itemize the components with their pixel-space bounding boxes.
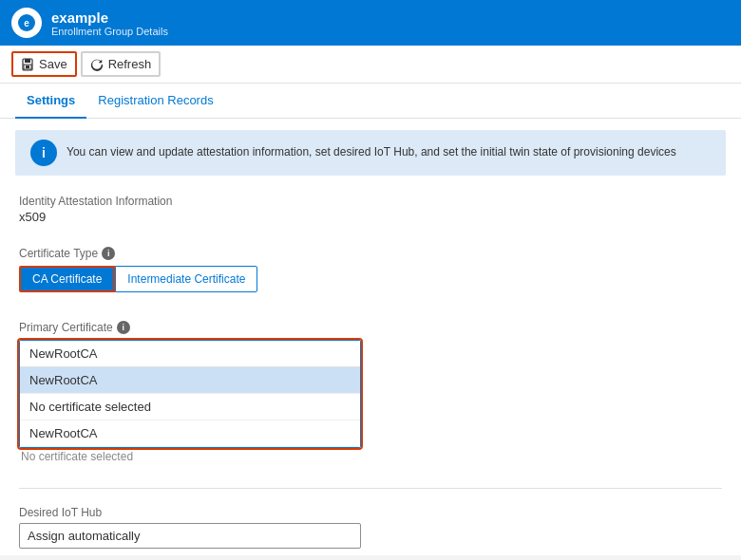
dropdown-option-0[interactable]: NewRootCA (20, 367, 360, 394)
identity-attestation-value: x509 (19, 210, 722, 224)
identity-attestation-label: Identity Attestation Information (19, 195, 722, 208)
identity-attestation-section: Identity Attestation Information x509 (0, 187, 741, 239)
app-subtitle: Enrollment Group Details (51, 26, 168, 37)
info-icon: i (30, 140, 57, 166)
certificate-type-label: Certificate Type i (19, 247, 722, 260)
certificate-type-group: CA Certificate Intermediate Certificate (19, 266, 722, 292)
intermediate-certificate-button[interactable]: Intermediate Certificate (115, 266, 257, 292)
dropdown-option-2[interactable]: NewRootCA (20, 420, 360, 447)
svg-rect-3 (25, 59, 30, 63)
dropdown-truncated-hint: No certificate selected (19, 450, 722, 463)
app-logo: e (11, 8, 42, 38)
svg-text:e: e (24, 18, 29, 28)
ca-certificate-button[interactable]: CA Certificate (19, 266, 115, 292)
toolbar: Save Refresh (0, 46, 741, 84)
primary-certificate-section: Primary Certificate i NewRootCA NewRootC… (0, 313, 741, 478)
primary-certificate-label: Primary Certificate i (19, 321, 722, 334)
refresh-label: Refresh (108, 57, 152, 71)
save-icon (21, 58, 34, 71)
app-header: e example Enrollment Group Details (0, 0, 741, 46)
desired-iot-hub-label: Desired IoT Hub (19, 506, 722, 519)
dropdown-option-1[interactable]: No certificate selected (20, 394, 360, 420)
app-name: example (51, 9, 168, 26)
primary-certificate-info-icon[interactable]: i (117, 321, 130, 334)
header-text: example Enrollment Group Details (51, 9, 168, 37)
dropdown-selected-value[interactable]: NewRootCA (20, 341, 360, 367)
certificate-type-info-icon[interactable]: i (102, 247, 115, 260)
info-text: You can view and update attestation info… (66, 140, 676, 160)
desired-iot-hub-section: Desired IoT Hub (0, 498, 741, 555)
primary-certificate-dropdown[interactable]: NewRootCA NewRootCA No certificate selec… (19, 340, 361, 448)
tab-registration-records[interactable]: Registration Records (86, 84, 224, 119)
dropdown-options-list: NewRootCA No certificate selected NewRoo… (20, 367, 360, 447)
main-content: i You can view and update attestation in… (0, 119, 741, 555)
save-label: Save (39, 57, 67, 71)
section-divider (19, 488, 722, 489)
desired-iot-hub-input[interactable] (19, 523, 361, 549)
tab-settings[interactable]: Settings (15, 84, 86, 119)
certificate-type-section: Certificate Type i CA Certificate Interm… (0, 239, 741, 313)
tabs-container: Settings Registration Records (0, 84, 741, 119)
refresh-button[interactable]: Refresh (81, 51, 162, 77)
info-banner: i You can view and update attestation in… (15, 130, 726, 176)
svg-rect-5 (26, 65, 29, 68)
refresh-icon (90, 58, 104, 71)
save-button[interactable]: Save (11, 51, 77, 77)
